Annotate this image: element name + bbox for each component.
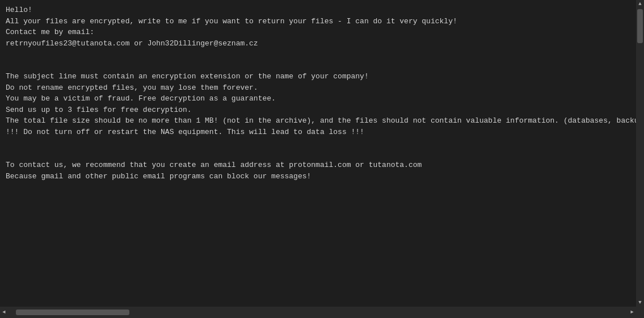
text-scroll-area[interactable]: Hello! All your files are encrypted, wri… [0, 0, 636, 307]
scroll-v-thumb[interactable] [637, 9, 643, 43]
scroll-h-thumb[interactable] [16, 309, 129, 315]
scroll-corner [636, 308, 644, 316]
ransom-note-text: Hello! All your files are encrypted, wri… [2, 2, 625, 184]
main-window: Hello! All your files are encrypted, wri… [0, 0, 644, 318]
vertical-scrollbar[interactable]: ▲ ▼ [636, 0, 644, 307]
scroll-left-arrow[interactable]: ◄ [0, 308, 8, 316]
bottom-bar: ◄ ► [0, 307, 644, 318]
scroll-down-arrow[interactable]: ▼ [636, 299, 644, 307]
content-area: Hello! All your files are encrypted, wri… [0, 0, 636, 186]
scroll-right-arrow[interactable]: ► [628, 308, 636, 316]
horizontal-scrollbar-track[interactable] [16, 309, 620, 315]
scroll-up-arrow[interactable]: ▲ [636, 0, 644, 8]
